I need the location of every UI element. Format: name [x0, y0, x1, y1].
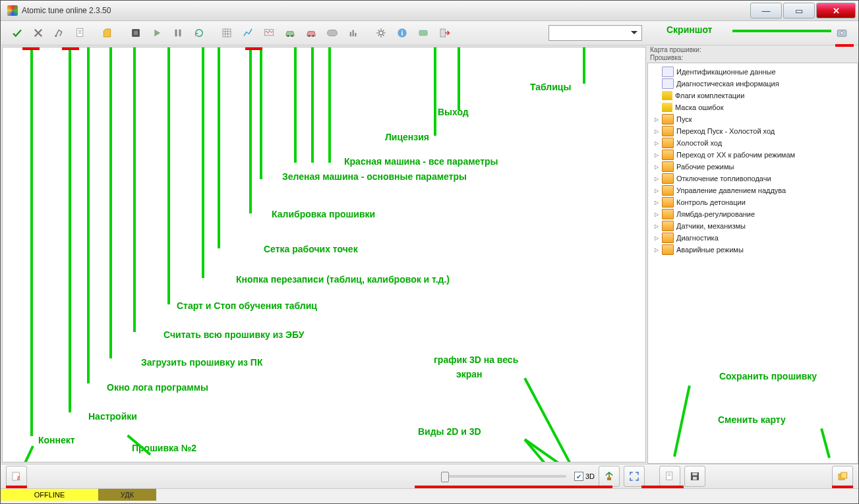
minimize-button[interactable]: — [750, 3, 782, 18]
tree-item-label: Управление давлением наддува [676, 186, 786, 194]
info-button[interactable]: i [392, 23, 412, 43]
svg-rect-1 [77, 28, 83, 36]
svg-rect-25 [666, 472, 672, 480]
load-firmware-button[interactable] [98, 23, 118, 43]
svg-rect-28 [693, 477, 697, 480]
svg-rect-6 [223, 29, 231, 37]
main-canvas: Таблицы Выход Лицензия Красная машина - … [2, 47, 646, 462]
view-2d3d-button[interactable] [599, 466, 620, 487]
save-disk-button[interactable] [684, 466, 705, 487]
tables-dropdown[interactable] [548, 25, 642, 41]
tree-item-label: Холостой ход [676, 139, 722, 147]
firmware-tree[interactable]: Идентификационные данныеДиагностическая … [647, 63, 858, 464]
stop-learn-button[interactable] [168, 23, 188, 43]
grid-points-button[interactable] [217, 23, 237, 43]
start-learn-button[interactable] [147, 23, 167, 43]
tree-item-label: Лямбда-регулирование [676, 210, 755, 218]
ann-readecu: Считать всю прошивку из ЭБУ [163, 329, 305, 340]
save-firmware-button[interactable] [659, 466, 680, 487]
tree-item[interactable]: ▷Переход от ХХ к рабочим режимам [649, 149, 856, 161]
svg-point-21 [841, 32, 844, 35]
fullscreen-3d-button[interactable] [624, 466, 645, 487]
ann-connect: Коннект [38, 435, 75, 445]
svg-rect-3 [134, 31, 138, 35]
red-car-button[interactable] [301, 23, 321, 43]
tree-item[interactable]: ▷Диагностика [649, 232, 856, 244]
calibration-button[interactable] [238, 23, 258, 43]
tree-item-label: Пуск [676, 115, 692, 123]
tree-item-label: Идентификационные данные [676, 68, 776, 76]
tree-item[interactable]: ▷Управление давлением наддува [649, 184, 856, 196]
ann-logwin: Окно лога программы [107, 382, 208, 393]
app-window: Atomic tune online 2.3.50 — ▭ ✕ i [0, 0, 859, 504]
app-logo-icon [7, 5, 18, 16]
tree-item[interactable]: ▷Лямбда-регулирование [649, 208, 856, 220]
tree-item[interactable]: ▷Отключение топливоподачи [649, 173, 856, 184]
tree-item-label: Рабочие режимы [676, 163, 734, 171]
tree-item[interactable]: Маска ошибок [649, 101, 856, 113]
disconnect-button[interactable] [28, 23, 48, 43]
bottom-bar: 2 ✔3D [1, 464, 858, 488]
tree-item[interactable]: Идентификационные данные [649, 66, 856, 78]
ann-tables: Таблицы [530, 82, 571, 92]
read-ecu-button[interactable] [126, 23, 146, 43]
tree-item[interactable]: ▷Холостой ход [649, 137, 856, 149]
gear-button[interactable] [371, 23, 391, 43]
tree-item-label: Аварийные режимы [676, 246, 744, 254]
tree-item-label: Флаги комплектации [675, 92, 744, 99]
tree-item-label: Диагностика [676, 234, 719, 242]
svg-point-0 [55, 35, 57, 37]
tree-item-label: Диагностическая информация [676, 80, 779, 88]
ann-full3d2: экран [456, 369, 483, 379]
svg-point-8 [287, 35, 289, 37]
oscilloscope-button[interactable] [259, 23, 279, 43]
ann-grid: Сетка рабочих точек [264, 244, 358, 254]
svg-rect-7 [264, 30, 274, 36]
tree-item-label: Датчики, механизмы [676, 222, 746, 230]
tree-item[interactable]: ▷Датчики, механизмы [649, 220, 856, 232]
firmware2-button[interactable]: 2 [6, 466, 27, 487]
screenshot-button[interactable] [832, 23, 852, 43]
brain-button[interactable] [322, 23, 342, 43]
ann-exit: Выход [438, 107, 469, 117]
window-title: Atomic tune online 2.3.50 [22, 6, 750, 15]
view-slider[interactable] [441, 475, 566, 478]
maximize-button[interactable]: ▭ [783, 3, 815, 18]
tree-item[interactable]: ▷Переход Пуск - Холостой ход [649, 125, 856, 137]
svg-point-11 [312, 35, 314, 37]
tree-item[interactable]: Диагностическая информация [649, 78, 856, 90]
ann-full3d1: график 3D на весь [434, 354, 518, 365]
close-button[interactable]: ✕ [816, 3, 856, 18]
side-header-2: Прошивка: [647, 54, 858, 63]
connect-button[interactable] [7, 23, 27, 43]
status-bar: OFFLINE УДК [1, 488, 858, 503]
ann-redcar: Красная машина - все параметры [344, 156, 498, 167]
tree-item[interactable]: ▷Пуск [649, 113, 856, 125]
main-toolbar: i [1, 21, 858, 45]
svg-rect-27 [692, 473, 697, 476]
tree-item-label: Контроль детонации [676, 198, 746, 206]
bars-button[interactable] [343, 23, 363, 43]
tree-item-label: Маска ошибок [675, 103, 723, 111]
rewrite-button[interactable] [189, 23, 209, 43]
ann-calib: Калибровка прошивки [272, 209, 375, 219]
svg-rect-24 [607, 478, 611, 481]
tree-item[interactable]: ▷Аварийные режимы [649, 244, 856, 256]
tree-item[interactable]: ▷Контроль детонации [649, 196, 856, 208]
ann-settings: Настройки [88, 411, 137, 422]
side-column: Карта прошивки: Прошивка: Идентификацион… [647, 45, 858, 464]
svg-rect-14 [355, 33, 356, 36]
svg-rect-12 [350, 32, 351, 37]
license-button[interactable] [413, 23, 433, 43]
green-car-button[interactable] [280, 23, 300, 43]
ann-rewrite: Кнопка перезаписи (таблиц, калибровок и … [236, 274, 450, 285]
settings-button[interactable] [49, 23, 69, 43]
log-window-button[interactable] [71, 23, 90, 43]
ann-greencar: Зеленая машина - основные параметры [282, 171, 467, 182]
ann-startstop: Старт и Стоп обучения таблиц [177, 300, 317, 311]
swap-map-button[interactable] [832, 466, 853, 487]
tree-item[interactable]: Флаги комплектации [649, 90, 856, 101]
exit-button[interactable] [434, 23, 454, 43]
3d-checkbox[interactable]: ✔3D [574, 472, 595, 481]
tree-item[interactable]: ▷Рабочие режимы [649, 161, 856, 173]
